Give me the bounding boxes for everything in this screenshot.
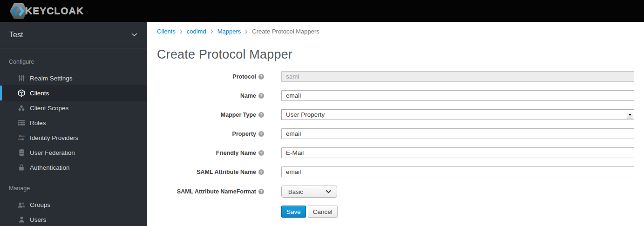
form-row-name: Name ? bbox=[157, 90, 634, 101]
form-row-mapper-type: Mapper Type ? User Property bbox=[157, 109, 634, 120]
help-icon[interactable]: ? bbox=[258, 93, 264, 99]
sidebar-item-label: Identity Providers bbox=[30, 134, 78, 141]
sliders-icon bbox=[17, 74, 26, 82]
form-row-saml-attribute-name: SAML Attribute Name ? bbox=[157, 166, 634, 177]
create-mapper-form: Protocol ? Name ? Mapper Type ? bbox=[157, 71, 634, 218]
field-label: SAML Attribute NameFormat ? bbox=[157, 188, 264, 195]
cancel-button[interactable]: Cancel bbox=[308, 206, 338, 218]
lock-icon bbox=[17, 164, 26, 171]
saml-nameformat-select[interactable]: Basic bbox=[281, 186, 337, 198]
sidebar-item-identity-providers[interactable]: Identity Providers bbox=[0, 130, 147, 145]
sidebar-item-authentication[interactable]: Authentication bbox=[0, 160, 147, 175]
nav-section-configure: Configure bbox=[9, 59, 147, 65]
realm-selector[interactable]: Test bbox=[0, 22, 147, 48]
cubes-icon bbox=[17, 104, 26, 112]
user-icon bbox=[17, 216, 26, 223]
nav-section-manage: Manage bbox=[9, 185, 147, 192]
form-row-saml-attribute-nameformat: SAML Attribute NameFormat ? Basic bbox=[157, 186, 634, 198]
form-row-property: Property ? bbox=[157, 128, 634, 139]
save-button[interactable]: Save bbox=[281, 206, 306, 218]
groups-icon bbox=[17, 201, 26, 208]
name-field[interactable] bbox=[281, 90, 634, 101]
help-icon[interactable]: ? bbox=[258, 150, 264, 156]
select-arrow-icon bbox=[626, 110, 633, 119]
sidebar-item-label: Clients bbox=[30, 90, 49, 97]
sidebar-item-label: Client Scopes bbox=[30, 105, 68, 112]
help-icon[interactable]: ? bbox=[258, 74, 264, 80]
sidebar-item-client-scopes[interactable]: Client Scopes bbox=[0, 100, 147, 115]
sidebar-item-roles[interactable]: Roles bbox=[0, 115, 147, 130]
sidebar-item-users[interactable]: Users bbox=[0, 212, 147, 226]
field-label: Name ? bbox=[157, 93, 264, 99]
sidebar-item-label: User Federation bbox=[30, 149, 75, 156]
breadcrumb: Clients codimd Mappers Create Protocol M… bbox=[157, 28, 634, 35]
list-icon bbox=[17, 119, 26, 126]
field-label: SAML Attribute Name ? bbox=[157, 169, 264, 175]
help-icon[interactable]: ? bbox=[258, 189, 264, 194]
field-label: Mapper Type ? bbox=[157, 112, 264, 118]
sidebar-nav: Configure Realm Settings bbox=[0, 59, 147, 226]
help-icon[interactable]: ? bbox=[258, 131, 264, 137]
sidebar: Test Configure Rea bbox=[0, 22, 147, 226]
breadcrumb-current: Create Protocol Mappers bbox=[252, 28, 319, 35]
sidebar-item-clients[interactable]: Clients bbox=[0, 86, 147, 100]
chevron-right-icon bbox=[245, 29, 248, 34]
sidebar-item-label: Groups bbox=[30, 201, 50, 208]
main-content: Clients codimd Mappers Create Protocol M… bbox=[147, 22, 644, 226]
sidebar-item-realm-settings[interactable]: Realm Settings bbox=[0, 71, 147, 86]
property-field[interactable] bbox=[281, 128, 634, 139]
mapper-type-select[interactable]: User Property bbox=[281, 109, 634, 120]
breadcrumb-mappers[interactable]: Mappers bbox=[217, 28, 241, 35]
breadcrumb-clients[interactable]: Clients bbox=[157, 28, 176, 35]
keycloak-logo-text: KEYCLOAK bbox=[25, 6, 84, 17]
form-row-friendly-name: Friendly Name ? bbox=[157, 147, 634, 158]
form-row-protocol: Protocol ? bbox=[157, 71, 634, 82]
saml-nameformat-selected-value: Basic bbox=[288, 188, 303, 195]
sidebar-item-label: Authentication bbox=[30, 164, 70, 171]
caret-down-icon bbox=[326, 190, 331, 193]
chevron-down-icon bbox=[131, 33, 137, 37]
app-header: KEYCLOAK bbox=[0, 0, 644, 22]
friendly-name-field[interactable] bbox=[281, 147, 634, 158]
form-buttons: Save Cancel bbox=[281, 206, 634, 218]
sidebar-item-groups[interactable]: Groups bbox=[0, 197, 147, 212]
keycloak-logo[interactable]: KEYCLOAK bbox=[9, 2, 84, 20]
realm-name: Test bbox=[9, 31, 23, 39]
chevron-right-icon bbox=[210, 29, 213, 34]
field-label: Protocol ? bbox=[157, 73, 264, 80]
page-title: Create Protocol Mapper bbox=[157, 47, 634, 62]
exchange-icon bbox=[17, 134, 26, 141]
sidebar-item-label: Roles bbox=[30, 120, 46, 126]
field-label: Property ? bbox=[157, 131, 264, 137]
sidebar-item-user-federation[interactable]: User Federation bbox=[0, 145, 147, 160]
chevron-right-icon bbox=[180, 29, 183, 34]
sidebar-item-label: Users bbox=[30, 216, 46, 223]
sidebar-item-label: Realm Settings bbox=[30, 75, 73, 82]
help-icon[interactable]: ? bbox=[258, 169, 264, 175]
saml-attribute-name-field[interactable] bbox=[281, 166, 634, 177]
cube-icon bbox=[17, 89, 26, 97]
protocol-field bbox=[281, 71, 634, 82]
help-icon[interactable]: ? bbox=[258, 112, 264, 118]
database-icon bbox=[17, 149, 26, 156]
breadcrumb-codimd[interactable]: codimd bbox=[187, 28, 206, 35]
field-label: Friendly Name ? bbox=[157, 150, 264, 156]
mapper-type-selected-value: User Property bbox=[286, 111, 325, 118]
